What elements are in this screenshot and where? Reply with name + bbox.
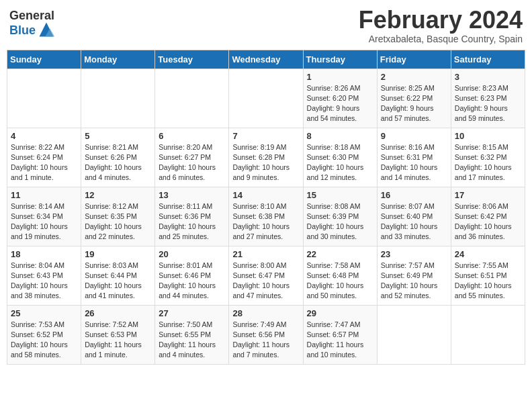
day-info: Sunrise: 8:12 AM Sunset: 6:35 PM Dayligh…: [85, 201, 151, 242]
day-cell: 6Sunrise: 8:20 AM Sunset: 6:27 PM Daylig…: [155, 128, 229, 187]
day-info: Sunrise: 7:57 AM Sunset: 6:49 PM Dayligh…: [381, 261, 447, 302]
day-cell: 7Sunrise: 8:19 AM Sunset: 6:28 PM Daylig…: [229, 128, 303, 187]
day-number: 28: [232, 308, 299, 318]
day-number: 19: [85, 249, 151, 259]
day-info: Sunrise: 7:49 AM Sunset: 6:56 PM Dayligh…: [232, 320, 299, 361]
day-number: 23: [381, 249, 447, 259]
day-info: Sunrise: 8:25 AM Sunset: 6:22 PM Dayligh…: [381, 83, 447, 124]
day-info: Sunrise: 8:16 AM Sunset: 6:31 PM Dayligh…: [381, 142, 447, 183]
header-cell-monday: Monday: [81, 50, 155, 68]
day-cell: 26Sunrise: 7:52 AM Sunset: 6:53 PM Dayli…: [81, 305, 155, 364]
day-info: Sunrise: 8:21 AM Sunset: 6:26 PM Dayligh…: [85, 142, 151, 183]
day-number: 24: [455, 249, 521, 259]
header-row: SundayMondayTuesdayWednesdayThursdayFrid…: [7, 50, 525, 68]
day-info: Sunrise: 8:19 AM Sunset: 6:28 PM Dayligh…: [232, 142, 299, 183]
day-cell: 18Sunrise: 8:04 AM Sunset: 6:43 PM Dayli…: [7, 246, 81, 305]
day-cell: 14Sunrise: 8:10 AM Sunset: 6:38 PM Dayli…: [229, 187, 303, 246]
day-cell: 11Sunrise: 8:14 AM Sunset: 6:34 PM Dayli…: [7, 187, 81, 246]
day-info: Sunrise: 8:01 AM Sunset: 6:46 PM Dayligh…: [159, 261, 225, 302]
day-cell: [229, 68, 303, 128]
day-info: Sunrise: 8:10 AM Sunset: 6:38 PM Dayligh…: [232, 201, 299, 242]
logo: General Blue: [9, 9, 56, 39]
header-cell-wednesday: Wednesday: [229, 50, 303, 68]
week-row-2: 11Sunrise: 8:14 AM Sunset: 6:34 PM Dayli…: [7, 187, 525, 246]
day-number: 20: [159, 249, 225, 259]
header-cell-friday: Friday: [377, 50, 451, 68]
day-info: Sunrise: 7:53 AM Sunset: 6:52 PM Dayligh…: [11, 320, 77, 361]
day-cell: [451, 305, 525, 364]
day-info: Sunrise: 7:55 AM Sunset: 6:51 PM Dayligh…: [455, 261, 521, 302]
day-info: Sunrise: 8:11 AM Sunset: 6:36 PM Dayligh…: [159, 201, 225, 242]
day-info: Sunrise: 8:22 AM Sunset: 6:24 PM Dayligh…: [11, 142, 77, 183]
day-number: 16: [381, 190, 447, 200]
day-info: Sunrise: 7:50 AM Sunset: 6:55 PM Dayligh…: [159, 320, 225, 361]
day-cell: 10Sunrise: 8:15 AM Sunset: 6:32 PM Dayli…: [451, 128, 525, 187]
day-number: 3: [455, 72, 521, 82]
day-cell: 29Sunrise: 7:47 AM Sunset: 6:57 PM Dayli…: [303, 305, 377, 364]
day-number: 8: [307, 131, 373, 141]
day-cell: [377, 305, 451, 364]
header-cell-saturday: Saturday: [451, 50, 525, 68]
day-number: 7: [232, 131, 299, 141]
day-cell: 5Sunrise: 8:21 AM Sunset: 6:26 PM Daylig…: [81, 128, 155, 187]
day-cell: 2Sunrise: 8:25 AM Sunset: 6:22 PM Daylig…: [377, 68, 451, 128]
day-info: Sunrise: 8:26 AM Sunset: 6:20 PM Dayligh…: [307, 83, 373, 124]
header-cell-thursday: Thursday: [303, 50, 377, 68]
calendar-body: 1Sunrise: 8:26 AM Sunset: 6:20 PM Daylig…: [7, 68, 525, 364]
day-info: Sunrise: 8:00 AM Sunset: 6:47 PM Dayligh…: [232, 261, 299, 302]
day-info: Sunrise: 8:07 AM Sunset: 6:40 PM Dayligh…: [381, 201, 447, 242]
day-number: 21: [232, 249, 299, 259]
day-cell: 19Sunrise: 8:03 AM Sunset: 6:44 PM Dayli…: [81, 246, 155, 305]
day-info: Sunrise: 8:03 AM Sunset: 6:44 PM Dayligh…: [85, 261, 151, 302]
day-cell: [81, 68, 155, 128]
day-info: Sunrise: 7:52 AM Sunset: 6:53 PM Dayligh…: [85, 320, 151, 361]
week-row-1: 4Sunrise: 8:22 AM Sunset: 6:24 PM Daylig…: [7, 128, 525, 187]
day-info: Sunrise: 8:23 AM Sunset: 6:23 PM Dayligh…: [455, 83, 521, 124]
header-cell-tuesday: Tuesday: [155, 50, 229, 68]
header-cell-sunday: Sunday: [7, 50, 81, 68]
day-info: Sunrise: 8:15 AM Sunset: 6:32 PM Dayligh…: [455, 142, 521, 183]
week-row-0: 1Sunrise: 8:26 AM Sunset: 6:20 PM Daylig…: [7, 68, 525, 128]
day-info: Sunrise: 7:47 AM Sunset: 6:57 PM Dayligh…: [307, 320, 373, 361]
day-info: Sunrise: 8:08 AM Sunset: 6:39 PM Dayligh…: [307, 201, 373, 242]
day-number: 25: [11, 308, 77, 318]
day-cell: 15Sunrise: 8:08 AM Sunset: 6:39 PM Dayli…: [303, 187, 377, 246]
day-number: 5: [85, 131, 151, 141]
day-cell: 24Sunrise: 7:55 AM Sunset: 6:51 PM Dayli…: [451, 246, 525, 305]
day-number: 26: [85, 308, 151, 318]
day-cell: 28Sunrise: 7:49 AM Sunset: 6:56 PM Dayli…: [229, 305, 303, 364]
day-number: 11: [11, 190, 77, 200]
day-number: 18: [11, 249, 77, 259]
day-info: Sunrise: 8:04 AM Sunset: 6:43 PM Dayligh…: [11, 261, 77, 302]
title-block: February 2024 Aretxabaleta, Basque Count…: [359, 7, 523, 44]
logo-icon: [37, 20, 56, 39]
day-cell: 8Sunrise: 8:18 AM Sunset: 6:30 PM Daylig…: [303, 128, 377, 187]
day-cell: [7, 68, 81, 128]
day-number: 15: [307, 190, 373, 200]
day-number: 9: [381, 131, 447, 141]
day-number: 2: [381, 72, 447, 82]
day-cell: 12Sunrise: 8:12 AM Sunset: 6:35 PM Dayli…: [81, 187, 155, 246]
day-number: 13: [159, 190, 225, 200]
day-cell: 23Sunrise: 7:57 AM Sunset: 6:49 PM Dayli…: [377, 246, 451, 305]
day-cell: 3Sunrise: 8:23 AM Sunset: 6:23 PM Daylig…: [451, 68, 525, 128]
week-row-4: 25Sunrise: 7:53 AM Sunset: 6:52 PM Dayli…: [7, 305, 525, 364]
day-cell: [155, 68, 229, 128]
day-cell: 16Sunrise: 8:07 AM Sunset: 6:40 PM Dayli…: [377, 187, 451, 246]
day-number: 4: [11, 131, 77, 141]
day-number: 10: [455, 131, 521, 141]
month-title: February 2024: [359, 7, 523, 34]
day-number: 12: [85, 190, 151, 200]
day-cell: 17Sunrise: 8:06 AM Sunset: 6:42 PM Dayli…: [451, 187, 525, 246]
day-info: Sunrise: 8:18 AM Sunset: 6:30 PM Dayligh…: [307, 142, 373, 183]
day-info: Sunrise: 8:14 AM Sunset: 6:34 PM Dayligh…: [11, 201, 77, 242]
day-info: Sunrise: 8:06 AM Sunset: 6:42 PM Dayligh…: [455, 201, 521, 242]
location: Aretxabaleta, Basque Country, Spain: [359, 34, 523, 44]
logo-blue: Blue: [9, 24, 36, 38]
day-number: 6: [159, 131, 225, 141]
day-number: 14: [232, 190, 299, 200]
calendar-header: SundayMondayTuesdayWednesdayThursdayFrid…: [7, 50, 525, 68]
day-cell: 20Sunrise: 8:01 AM Sunset: 6:46 PM Dayli…: [155, 246, 229, 305]
day-info: Sunrise: 8:20 AM Sunset: 6:27 PM Dayligh…: [159, 142, 225, 183]
day-cell: 9Sunrise: 8:16 AM Sunset: 6:31 PM Daylig…: [377, 128, 451, 187]
